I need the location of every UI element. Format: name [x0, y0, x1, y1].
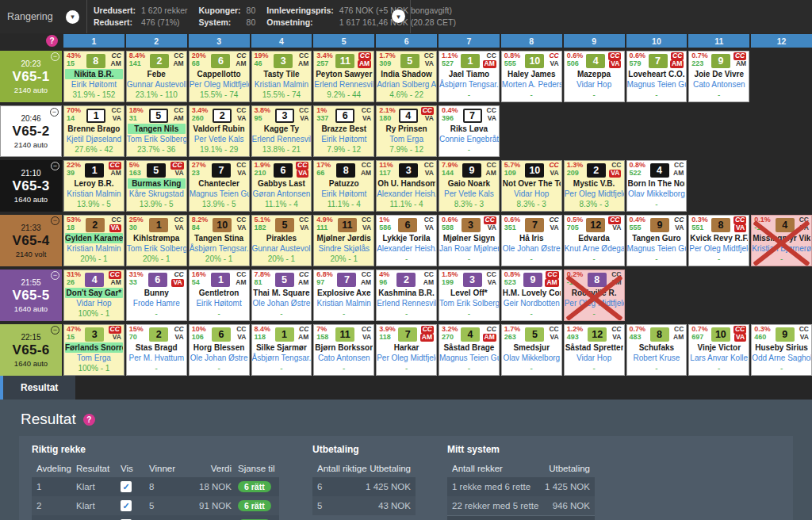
horse-cell[interactable]: 8.4%1181CCAMSilke SjarmørÅsbjørn Tengsar… [251, 324, 312, 376]
horse-cell[interactable]: 25%301CCVAKihlstrømpaTom Erik Solberg20%… [126, 215, 187, 266]
odds-value: 506 [567, 60, 584, 68]
odds-value: 70 [129, 334, 144, 342]
horse-cell[interactable]: 8.4%1412CCAMFebeGunnar Austevoll23.1% - … [126, 51, 187, 102]
collapse-race-button[interactable]: − [51, 216, 59, 225]
table-row: 22 rekker med 5 rette946 NOK [447, 496, 595, 515]
system-stat: - [252, 363, 312, 373]
horse-cell[interactable]: 43%158CCAMNikita B.R.Eirik Høitomt31.9% … [63, 51, 124, 102]
collapse-race-button[interactable]: − [51, 52, 59, 61]
driver-name: Per Oleg Midtfjeld [689, 243, 749, 254]
resultat-cell: Klart [76, 482, 121, 491]
horse-cell[interactable]: 0.7%4838CCAMSchufaksRobert Kruse- [626, 324, 688, 376]
odds-value: 97 [316, 279, 333, 287]
horse-cell[interactable]: 0.7%69710CCVAVinje VictorLars Anvar Koll… [688, 324, 749, 376]
horse-cell[interactable]: 7%15811CCVABjørn BorkssonCato Antonsen- [313, 324, 374, 376]
driver-name: Magnus Teien Gu... [439, 353, 499, 363]
driver-name: Eirik Høitomt [64, 79, 124, 90]
total-row: Totalt2 371 NOK [447, 515, 595, 520]
show-checkbox[interactable]: ✓ [121, 481, 132, 492]
horse-cell[interactable]: 0.4%3967CCVARiks LøvaConnie Engebråt...- [439, 105, 500, 157]
cart-type-badge: VA [609, 60, 621, 68]
horse-cell[interactable]: 1.9%2106CCVAGabbys LastGøran Antonsen11.… [251, 160, 312, 212]
horse-cell[interactable]: 1.2%49312CCVASåstad SprettenVidar Hop- [564, 324, 625, 376]
horse-cell[interactable]: 0.2%-18CCAMRockville R.Per Oleg Midtfjel… [564, 270, 625, 321]
horse-cell[interactable]: 0.6%5883CCVAMjølner SigynJan Roar Mjølne… [439, 215, 500, 266]
help-icon[interactable]: ? [83, 414, 95, 426]
system-stat: 20% - 1 [252, 254, 312, 264]
horse-cell[interactable]: 1.5%1993CCVALevel Off*Tom Erik Solberg- [439, 270, 500, 321]
horse-cell[interactable]: 1.1%5271CCAMJael TiamoÅsbjørn Tengsar...… [439, 51, 500, 102]
horse-cell[interactable]: 0.1%-14CCVAMissingmyr Vikto...Kristian B… [751, 215, 812, 266]
payout-cell: 1 425 NOK [366, 482, 411, 491]
help-icon[interactable]: ? [46, 35, 58, 47]
horse-cell[interactable]: 0.6%3517CCVAHå IrisOle Johan Østre- [501, 215, 562, 266]
horse-cell[interactable]: 11%1173CCVAOh U. Handsome...Alexander He… [376, 160, 437, 212]
driver-name: Magnus Teien Gu... [627, 243, 687, 254]
horse-cell[interactable]: 0.3%5518CCVAKvick Revy R.F.*Per Oleg Mid… [688, 215, 749, 266]
horse-cell[interactable]: 7.9%1449CCAMGaio NoarkPer Vetle Kals8.3%… [439, 160, 500, 212]
table-row: 1Klart✓818 NOK6 rätt [32, 477, 279, 496]
cart-type-badge: VA [237, 170, 246, 178]
cell-odds-block: 53%18 [67, 216, 81, 233]
cell-top: 25%301CCVA [127, 216, 186, 233]
horse-cell[interactable]: 3.9%1187CCAMHarkarPer Oleg Midtfjeld- [376, 324, 437, 376]
horse-cell[interactable]: 17%668CCAMPatuzzoEirik Høitomt11.1% - 4 [313, 160, 374, 212]
horse-cell[interactable]: 5%1635CCVABurmas KingKåre Skrugstad13.9%… [126, 160, 187, 212]
horse-cell[interactable]: 22%391CCAMLeroy B.R.Kristian Malmin13.9%… [63, 160, 124, 212]
tab-resultat[interactable]: Resultat [0, 376, 75, 400]
table-row: 61 425 NOK [312, 477, 416, 496]
horse-cell[interactable]: 4%962CCAMKashmina B.R.Erlend Rennesvik- [376, 270, 437, 321]
horse-cell[interactable]: 18%315CCAMTangen NilsTom Erik Solberg23.… [126, 105, 187, 157]
horse-name: Tasty Tile [253, 69, 311, 79]
horse-cell[interactable]: 0.5%70512CCVAEdvardaKnut Arne Ødega...- [564, 215, 625, 266]
horse-cell[interactable]: 0.8%5224CCAMBorn In The Nor...Olav Mikke… [626, 160, 688, 212]
cell-badges: CCVA [424, 162, 434, 178]
collapse-race-button[interactable]: − [51, 326, 59, 335]
horse-cell[interactable]: 0.7%2239CCAMJoie De VivreCato Antonsen- [688, 51, 749, 102]
cart-type-badge: AM [361, 279, 371, 287]
horse-cell[interactable]: 4.9%11111CCVAMjølner JørdisSindre Skjølå… [313, 215, 374, 266]
ranking-dropdown[interactable]: Rangering ▾ [0, 0, 87, 33]
collapse-race-button[interactable]: − [50, 108, 59, 117]
collapse-race-button[interactable]: − [51, 271, 59, 280]
horse-cell[interactable]: 20%686CCAMCappellottoPer Oleg Midtfjeld1… [189, 51, 250, 102]
horse-cell[interactable]: 70%141CCVABrenne BragoKjetil Djøseland27… [63, 105, 124, 157]
horse-cell[interactable]: 47%153CCVAFørlands SnorreTom Erga100% - … [63, 324, 124, 376]
horse-cell[interactable]: 0.3%4609CCVAHuseby SiriusOdd Arne Saghol… [751, 324, 812, 376]
horse-cell[interactable]: 10%1066CCVAHorg BlessenOle Johan Østre- [189, 324, 250, 376]
horse-cell[interactable]: 5.7%10910CCVANot Over The TopVidar Hop8.… [501, 160, 562, 212]
horse-cell[interactable]: 0.8%5239CCAMH.M. Lovely Com...Geir Nordb… [501, 270, 562, 321]
horse-cell[interactable]: 6.8%977CCAMExplosive AxeKristian Malmin- [313, 270, 374, 321]
horse-cell[interactable]: 0.6%5797CCAMLoveheart C.O.Magnus Teien G… [626, 51, 688, 102]
horse-cell[interactable]: 3.2%2704CCAMSåstad BrageMagnus Teien Gu.… [439, 324, 500, 376]
horse-cell[interactable]: 8.2%8410CCVATangen StinaÅsbjørn Tengsar.… [189, 215, 250, 266]
horse-cell[interactable]: 31%336CCVABunnyFrode Hamre- [126, 270, 187, 321]
horse-cell[interactable]: 3.4%25711CCAMPeyton SawyerErlend Rennesv… [313, 51, 374, 102]
horse-cell[interactable]: 1.7%3095CCVAIndia ShadowAdrian Solberg A… [376, 51, 437, 102]
horse-cell[interactable]: 0.8%55510CCVAHaley JamesMorten A. Peders… [501, 51, 562, 102]
horse-cell[interactable]: 0.6%5064CCVAMazeppaVidar Hop- [564, 51, 625, 102]
horse-cell[interactable]: 31%264CCAMDon't Say Gar*Vidar Hop100% - … [63, 270, 124, 321]
horse-cell[interactable]: 53%182CCVAGylden KaramellKristian Malmin… [63, 215, 124, 266]
horse-cell[interactable]: 1.7%2635CCVASmedsjurOlav Mikkelborg- [501, 324, 562, 376]
horse-cell[interactable]: 0.4%5559CCVATangen GuroMagnus Teien Gu..… [626, 215, 688, 266]
show-checkbox[interactable]: ✓ [121, 500, 132, 511]
horse-cell[interactable]: 16%541CCAMGentletronEirik Høitomt- [189, 270, 250, 321]
horse-cell[interactable]: 7.8%815CCAMThai M. SquareOle Johan Østre… [251, 270, 312, 321]
horse-cell[interactable]: 15%702CCVAStas BragdPer M. Hvattum- [126, 324, 187, 376]
collapse-summary-button[interactable]: ▾ [392, 10, 405, 23]
horse-cell[interactable]: 1%3376CCVABrazze BestEirik Høitomt7.9% -… [313, 105, 374, 157]
collapse-race-button[interactable]: − [51, 162, 59, 170]
horse-cell[interactable]: 3.8%953CCVAKagge TyErlend Rennesvik13.8%… [251, 105, 312, 157]
odds-value: 210 [255, 170, 271, 178]
horse-cell[interactable]: 19%463CCAMTasty TileKristian Malmin15.5%… [251, 51, 312, 102]
horse-cell[interactable]: 1.3%2092CCVAMystic V.B.Per Oleg Midtfjel… [564, 160, 625, 212]
horse-cell[interactable]: 27%237CCVAChanteclerMagnus Teien Gu...13… [189, 160, 250, 212]
cell-odds-block: 1.3%209 [567, 162, 584, 178]
cell-badges: CCAM [361, 162, 371, 178]
horse-cell[interactable]: 2.1%1804CCVARy PrinsenTom Erga7.9% - 12 [376, 105, 437, 157]
driver-name: Gøran Antonsen [252, 189, 312, 199]
horse-cell[interactable]: 3.4%2602CCVAValdorf RubinPer Vetle Kals1… [189, 105, 250, 157]
horse-cell[interactable]: 1%5866CCVALykkje TorilaAlexander Heish..… [376, 215, 437, 266]
horse-cell[interactable]: 5.1%1825CCVAPiraklesGunnar Austevoll20% … [251, 215, 312, 266]
